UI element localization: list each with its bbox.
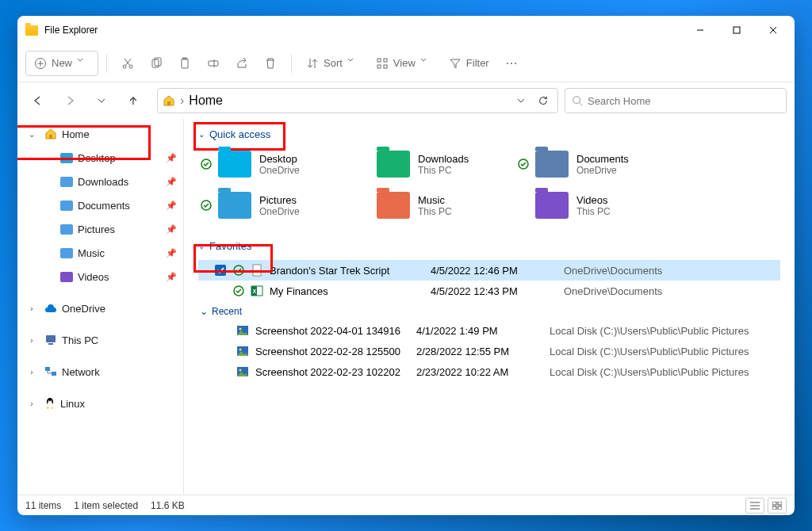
- sidebar-item-downloads[interactable]: Downloads📌: [17, 170, 183, 193]
- folder-location: This PC: [418, 206, 452, 217]
- sidebar-item-pictures[interactable]: Pictures📌: [17, 217, 183, 241]
- sidebar-item-music[interactable]: Music📌: [17, 241, 183, 265]
- quick-access-music[interactable]: MusicThis PC: [357, 189, 515, 221]
- folder-icon: [377, 192, 410, 219]
- folder-icon: [60, 248, 73, 258]
- recent-item[interactable]: Screenshot 2022-04-01 1349164/1/2022 1:4…: [198, 320, 780, 341]
- file-date: 4/5/2022 12:46 PM: [431, 265, 557, 277]
- search-box[interactable]: [565, 88, 787, 113]
- home-icon: [44, 128, 57, 139]
- address-dropdown-button[interactable]: [511, 91, 530, 110]
- more-button[interactable]: [499, 51, 524, 76]
- minimize-button[interactable]: [682, 16, 718, 44]
- folder-icon: [535, 192, 569, 219]
- file-date: 2/23/2022 10:22 AM: [416, 366, 543, 378]
- svg-rect-29: [48, 343, 53, 345]
- quick-access-pictures[interactable]: PicturesOneDrive: [198, 189, 357, 221]
- refresh-button[interactable]: [534, 91, 553, 110]
- sidebar-item-this-pc[interactable]: ›This PC: [17, 328, 183, 352]
- maximize-button[interactable]: [718, 16, 755, 44]
- sidebar-item-onedrive[interactable]: ›OneDrive: [17, 296, 183, 320]
- pin-icon: 📌: [166, 201, 177, 211]
- checkbox-icon[interactable]: [214, 264, 227, 277]
- back-button[interactable]: [25, 88, 51, 113]
- status-selection: 1 item selected: [74, 500, 138, 511]
- quick-access-desktop[interactable]: DesktopOneDrive: [198, 148, 357, 180]
- file-date: 2/28/2022 12:55 PM: [416, 346, 543, 357]
- view-button[interactable]: View: [370, 51, 439, 76]
- filter-icon: [449, 57, 462, 70]
- sidebar-item-home[interactable]: ⌄ Home: [17, 122, 183, 146]
- quick-access-videos[interactable]: VideosThis PC: [515, 189, 674, 221]
- folder-name: Videos: [576, 194, 611, 206]
- copy-button[interactable]: [144, 51, 169, 76]
- delete-button[interactable]: [258, 51, 283, 76]
- sidebar-item-label: Linux: [60, 398, 85, 410]
- forward-button[interactable]: [57, 88, 82, 113]
- new-button[interactable]: New: [25, 51, 98, 76]
- cut-button[interactable]: [115, 51, 140, 76]
- section-quick-access[interactable]: ⌄ Quick access: [198, 128, 780, 140]
- section-favorites[interactable]: ⌄ Favorites: [198, 240, 780, 252]
- sidebar-item-label: Pictures: [78, 223, 115, 235]
- file-path: OneDrive\Documents: [564, 265, 662, 277]
- favorite-item[interactable]: XMy Finances4/5/2022 12:43 PMOneDrive\Do…: [198, 281, 780, 301]
- scissors-icon: [121, 57, 134, 70]
- thumbnails-view-button[interactable]: [768, 498, 787, 514]
- chevron-right-icon: ›: [24, 368, 40, 376]
- recent-locations-button[interactable]: [89, 88, 114, 113]
- clipboard-icon: [178, 57, 191, 70]
- pin-icon: 📌: [166, 177, 177, 187]
- nav-bar: › Home: [17, 82, 795, 119]
- search-input[interactable]: [588, 95, 779, 107]
- svg-point-47: [239, 328, 242, 330]
- sort-icon: [306, 57, 319, 70]
- details-view-button[interactable]: [745, 498, 764, 514]
- paste-button[interactable]: [172, 51, 197, 76]
- network-icon: [44, 366, 57, 377]
- recent-item[interactable]: Screenshot 2022-02-23 1022022/23/2022 10…: [198, 361, 780, 382]
- file-date: 4/5/2022 12:43 PM: [431, 285, 557, 297]
- close-button[interactable]: [755, 16, 791, 44]
- address-bar[interactable]: › Home: [157, 88, 558, 113]
- sidebar-item-videos[interactable]: Videos📌: [17, 265, 183, 288]
- content-pane: ⌄ Quick access DesktopOneDriveDownloadsT…: [184, 119, 795, 495]
- quick-access-downloads[interactable]: DownloadsThis PC: [357, 148, 515, 180]
- sidebar-item-linux[interactable]: ›Linux: [17, 392, 183, 415]
- svg-point-22: [511, 63, 512, 64]
- folder-location: OneDrive: [259, 206, 300, 217]
- svg-rect-17: [377, 59, 381, 62]
- quick-access-documents[interactable]: DocumentsOneDrive: [515, 148, 674, 180]
- folder-name: Desktop: [259, 153, 300, 165]
- favorite-item[interactable]: Brandon's Star Trek Script4/5/2022 12:46…: [198, 260, 780, 281]
- chevron-down-icon: ⌄: [200, 306, 208, 317]
- up-button[interactable]: [121, 88, 146, 113]
- sidebar-item-documents[interactable]: Documents📌: [17, 193, 183, 217]
- svg-rect-24: [167, 101, 170, 105]
- sync-status-icon: [233, 265, 244, 276]
- filter-label: Filter: [466, 57, 489, 69]
- svg-rect-31: [52, 372, 56, 376]
- sync-status-icon: [201, 159, 212, 170]
- folder-icon: [60, 153, 73, 163]
- filter-button[interactable]: Filter: [442, 51, 496, 76]
- status-bar: 11 items 1 item selected 11.6 KB: [17, 495, 795, 515]
- svg-rect-19: [377, 65, 381, 68]
- sort-button[interactable]: Sort: [300, 51, 366, 76]
- chevron-right-icon: ›: [24, 399, 40, 408]
- rename-button[interactable]: [201, 51, 226, 76]
- file-name: Brandon's Star Trek Script: [270, 265, 424, 277]
- breadcrumb-home[interactable]: Home: [189, 94, 223, 108]
- folder-icon: [60, 177, 73, 187]
- view-icon: [376, 57, 389, 70]
- share-button[interactable]: [229, 51, 255, 76]
- section-recent[interactable]: ⌄ Recent: [200, 306, 780, 317]
- rename-icon: [207, 57, 220, 70]
- favorites-label: Favorites: [209, 240, 251, 252]
- quick-access-label: Quick access: [209, 128, 270, 140]
- recent-item[interactable]: Screenshot 2022-02-28 1255002/28/2022 12…: [198, 341, 780, 361]
- sidebar-item-desktop[interactable]: Desktop📌: [17, 146, 183, 170]
- sidebar-item-network[interactable]: ›Network: [17, 360, 183, 384]
- svg-rect-58: [778, 506, 782, 510]
- folder-icon: [60, 272, 73, 282]
